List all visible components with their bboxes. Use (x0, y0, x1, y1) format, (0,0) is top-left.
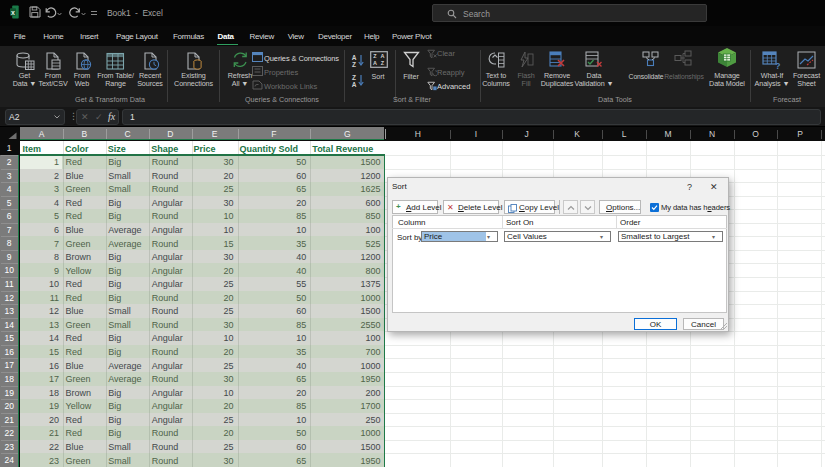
svg-text:x: x (11, 9, 15, 16)
svg-text:?: ? (775, 61, 780, 70)
svg-text:A: A (352, 81, 357, 88)
svg-text:Z: Z (373, 53, 377, 59)
svg-text:Z: Z (381, 60, 385, 66)
svg-text:Z: Z (352, 61, 356, 68)
svg-text:A: A (381, 53, 385, 59)
svg-text:A: A (373, 60, 377, 66)
